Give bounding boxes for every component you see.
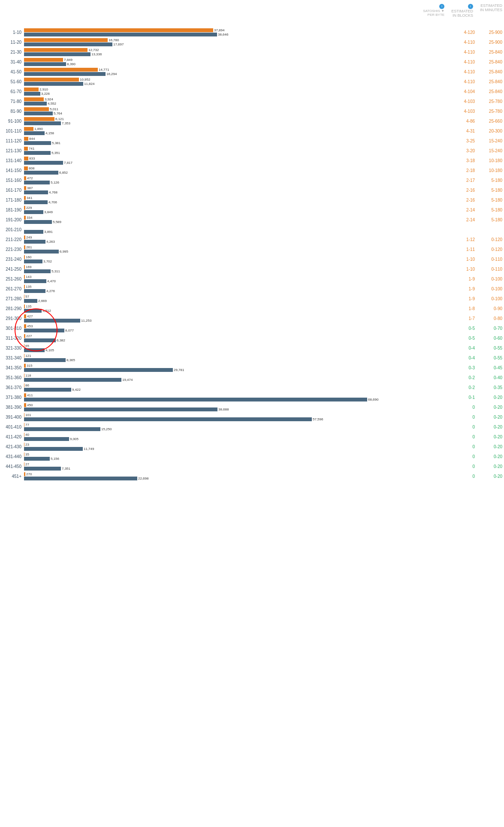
delay-value: 4-103: [451, 109, 477, 114]
table-row: 411-420409,00500-20: [2, 432, 502, 441]
delay-value: 4-31: [451, 129, 477, 133]
transactions-bar-value: 8,390: [67, 62, 75, 66]
transactions-bar: [24, 52, 91, 56]
transactions-bar: [24, 338, 56, 342]
transactions-bar-value: 5,351: [51, 151, 60, 155]
bar-group: 3874,768: [24, 186, 451, 194]
fee-range-label: 191-200: [2, 217, 24, 222]
transactions-bar-value: 4,470: [47, 279, 56, 283]
bar-group: 869,422: [24, 383, 451, 392]
time-value: 25-780: [477, 99, 502, 104]
transactions-bar-value: 38,688: [218, 407, 229, 411]
mempool-bar-value: 2,910: [39, 88, 48, 91]
table-row: 171-1803414,7062-165-180: [2, 195, 502, 205]
delay-value: 4-110: [451, 69, 477, 74]
mempool-bar-row: 5,011: [24, 107, 451, 111]
fee-range-label: 21-30: [2, 50, 24, 54]
mempool-bar: [24, 354, 24, 358]
transactions-bar-value: 11,749: [84, 447, 94, 451]
fees-label: i: [423, 3, 444, 9]
time-value: 10-180: [477, 158, 502, 163]
mempool-bar-value: 118: [25, 374, 31, 377]
delay-value: 3-20: [451, 148, 477, 153]
transactions-bar-value: 5,764: [54, 112, 62, 115]
transactions-bar: [24, 190, 48, 194]
fee-range-label: 441-450: [2, 464, 24, 469]
table-row: 361-370869,4220-20-35: [2, 383, 502, 392]
mempool-bar-value: 6,121: [55, 117, 64, 121]
transactions-bar: [24, 427, 100, 431]
time-value: 0-40: [477, 375, 502, 380]
transactions-bar: [24, 417, 312, 421]
mempool-bar-value: 35: [25, 453, 29, 456]
mempool-bar-value: 27: [25, 462, 29, 466]
mempool-bar-value: 135: [26, 285, 31, 289]
mempool-bar-row: 35: [24, 453, 451, 456]
mempool-bar: [24, 453, 24, 456]
transactions-bar: [24, 62, 66, 66]
mempool-bar: [24, 305, 25, 308]
mempool-bar-value: 86: [25, 383, 29, 387]
transactions-bar-value: 3,226: [41, 92, 50, 96]
table-row: 241-2501695,3111-100-110: [2, 264, 502, 274]
transactions-bar-row: 4,263: [24, 240, 451, 244]
mempool-bar-row: 12,732: [24, 48, 451, 52]
delay-value: 0-4: [451, 356, 477, 360]
time-value: 25-840: [477, 79, 502, 84]
transactions-bar-row: 11,253: [24, 319, 451, 323]
transactions-bar: [24, 42, 112, 46]
time-value: 0-20: [477, 435, 502, 439]
bar-group: 2311,749: [24, 443, 451, 451]
transactions-bar-value: 19,474: [122, 378, 133, 382]
transactions-bar-value: 13,336: [91, 52, 102, 56]
mempool-bar-row: 411: [24, 393, 451, 397]
time-value: 5-180: [477, 208, 502, 212]
transactions-bar-row: 17,697: [24, 42, 451, 46]
transactions-bar-row: 8,365: [24, 358, 451, 362]
delay-value: 1-9: [451, 287, 477, 291]
transactions-bar: [24, 407, 217, 411]
mempool-bar-row: 270: [24, 472, 451, 476]
mempool-bar-value: 65: [25, 344, 29, 348]
table-row: 141-1508086,8522-1810-180: [2, 166, 502, 175]
delay-value: 2-14: [451, 217, 477, 222]
delay-sub: ESTIMATEDIN BLOCKS: [451, 9, 473, 18]
transactions-bar-value: 4,276: [46, 289, 55, 293]
bar-group: 2293,849: [24, 206, 451, 214]
time-value: 0-20: [477, 464, 502, 469]
chart-wrapper: 1-1037,89438,6464-12025-90011-2016,78017…: [2, 19, 502, 481]
transactions-bar-value: 3,512: [42, 309, 51, 313]
mempool-bar-value: 1,890: [34, 127, 43, 131]
mempool-bar-value: 229: [26, 206, 32, 210]
transactions-bar-value: 17,697: [113, 42, 124, 46]
table-row: 311-3202276,3820-50-60: [2, 333, 502, 343]
bar-group: 1353,512: [24, 305, 451, 313]
time-value: 0-20: [477, 395, 502, 400]
delay-value: 1-9: [451, 296, 477, 301]
transactions-bar-row: 11,749: [24, 447, 451, 451]
fee-range-label: 11-20: [2, 40, 24, 45]
mempool-bar-value: 121: [25, 354, 31, 358]
mempool-bar-row: 229: [24, 206, 451, 210]
delay-value: 0: [451, 415, 477, 420]
mempool-bar-row: 143: [24, 275, 451, 279]
table-row: 11-2016,78017,6974-11025-900: [2, 37, 502, 47]
bar-group: 7715,250: [24, 423, 451, 431]
transactions-bar-row: 3,702: [24, 260, 451, 263]
mempool-bar: [24, 295, 24, 299]
transactions-bar-value: 4,263: [46, 240, 55, 244]
fees-info-icon[interactable]: i: [439, 4, 444, 9]
transactions-bar-row: 5,764: [24, 112, 451, 115]
time-value: 0-20: [477, 415, 502, 420]
transactions-bar-value: 6,852: [59, 171, 68, 175]
delay-info-icon[interactable]: i: [468, 4, 473, 9]
fee-range-label: 131-140: [2, 158, 24, 163]
transactions-bar-row: 29,781: [24, 368, 451, 372]
time-value: 0-80: [477, 316, 502, 321]
mempool-bar: [24, 117, 54, 121]
mempool-bar-row: 261: [24, 245, 451, 249]
mempool-bar: [24, 462, 24, 466]
transactions-bar-row: 38,646: [24, 33, 451, 36]
time-value: 0-60: [477, 336, 502, 341]
mempool-bar-row: 77: [24, 423, 451, 427]
